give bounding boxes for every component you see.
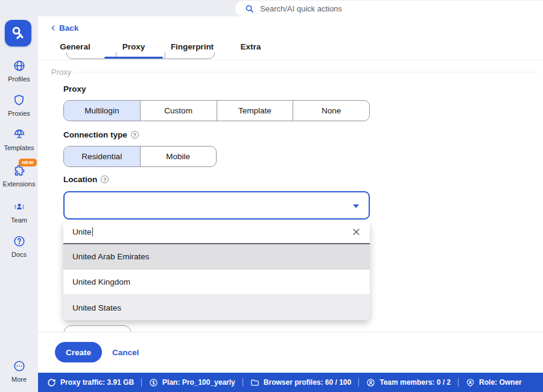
multilogin-logo-icon[interactable] xyxy=(5,20,31,46)
country-search-input[interactable]: Unite xyxy=(63,221,370,243)
status-text: Browser profiles: 60 / 100 xyxy=(264,378,351,387)
help-icon[interactable]: ? xyxy=(131,131,139,139)
location-select[interactable] xyxy=(63,191,370,220)
sidebar-item-docs[interactable]: Docs xyxy=(0,235,38,258)
connection-type-label: Connection type ? xyxy=(63,130,139,139)
people-icon xyxy=(0,200,38,214)
more-ellipsis-icon xyxy=(0,359,38,373)
sidebar-item-profiles[interactable]: Profiles xyxy=(0,59,38,83)
segment-custom[interactable]: Custom xyxy=(140,101,217,121)
option-united-arab-emirates[interactable]: United Arab Emirates xyxy=(63,244,370,270)
segment-residential[interactable]: Residential xyxy=(64,147,140,166)
status-proxy-traffic: Proxy traffic: 3.91 GB xyxy=(47,378,134,387)
option-united-states[interactable]: United States xyxy=(63,295,370,320)
search-input[interactable] xyxy=(260,4,541,13)
status-text: Plan: Pro_100_yearly xyxy=(162,378,235,387)
status-bar: Proxy traffic: 3.91 GB Plan: Pro_100_yea… xyxy=(38,373,543,392)
folder-icon xyxy=(250,378,259,387)
location-label: Location ? xyxy=(63,175,109,184)
proxy-field-label-text: Proxy xyxy=(63,84,86,93)
connection-type-label-text: Connection type xyxy=(63,130,127,139)
status-separator xyxy=(141,378,142,387)
segment-mobile[interactable]: Mobile xyxy=(140,147,217,166)
segment-none[interactable]: None xyxy=(293,101,369,121)
status-separator xyxy=(243,378,243,387)
sidebar-item-label: Docs xyxy=(0,251,38,258)
globe-icon xyxy=(0,59,38,73)
proxy-field-label: Proxy xyxy=(63,84,86,93)
back-button[interactable]: Back xyxy=(50,24,78,33)
question-circle-icon xyxy=(0,235,38,248)
create-button[interactable]: Create xyxy=(55,342,102,362)
status-text: Team members: 0 / 2 xyxy=(379,378,451,387)
segment-multilogin[interactable]: Multilogin xyxy=(64,101,140,121)
segment-template[interactable]: Template xyxy=(217,101,293,121)
active-tab-indicator xyxy=(104,57,163,58)
new-badge: NEW xyxy=(19,159,37,166)
status-role: Role: Owner xyxy=(466,378,522,387)
obscured-button xyxy=(63,325,132,332)
chevron-left-icon xyxy=(50,25,57,31)
connection-type-segmented: Residential Mobile xyxy=(63,146,217,167)
status-separator xyxy=(358,378,359,387)
sidebar-item-more[interactable]: More xyxy=(0,359,38,383)
status-text: Role: Owner xyxy=(479,378,522,387)
footer-divider xyxy=(38,332,543,332)
location-dropdown-panel: Unite United Arab Emirates United Kingdo… xyxy=(63,221,370,320)
tab-extra[interactable]: Extra xyxy=(221,37,280,56)
global-search[interactable] xyxy=(235,1,543,16)
chevron-down-icon xyxy=(353,204,359,208)
country-search-value: Unite xyxy=(72,227,92,236)
cancel-button[interactable]: Cancel xyxy=(112,342,139,362)
sidebar-item-label: Profiles xyxy=(0,75,38,83)
sidebar-item-proxies[interactable]: Proxies xyxy=(0,93,38,117)
option-united-kingdom[interactable]: United Kingdom xyxy=(63,270,370,295)
proxy-section-legend: Proxy xyxy=(51,68,71,77)
sidebar-item-templates[interactable]: Templates xyxy=(0,128,38,151)
back-label: Back xyxy=(59,24,78,33)
status-team-members: Team members: 0 / 2 xyxy=(366,378,451,387)
sidebar-item-label: Extensions xyxy=(0,180,38,188)
location-label-text: Location xyxy=(63,175,97,184)
proxy-type-segmented: Multilogin Custom Template None xyxy=(63,100,370,121)
person-circle-icon xyxy=(366,378,375,387)
search-icon xyxy=(245,4,254,13)
status-plan: Plan: Pro_100_yearly xyxy=(149,378,235,387)
sidebar-item-label: More xyxy=(0,376,38,383)
status-separator xyxy=(458,378,459,387)
status-text: Proxy traffic: 3.91 GB xyxy=(60,378,134,387)
status-browser-profiles: Browser profiles: 60 / 100 xyxy=(250,378,351,387)
help-icon[interactable]: ? xyxy=(101,175,109,183)
dollar-circle-icon xyxy=(149,378,158,387)
sidebar-item-label: Proxies xyxy=(0,110,38,117)
sidebar-item-label: Templates xyxy=(0,144,38,151)
sidebar-item-team[interactable]: Team xyxy=(0,200,38,224)
sidebar-item-extensions[interactable]: NEW Extensions xyxy=(0,164,38,188)
traffic-icon xyxy=(47,378,56,387)
clear-search-icon[interactable] xyxy=(352,227,361,236)
legend-divider xyxy=(74,72,540,72)
globe-stand-icon xyxy=(0,128,38,142)
sidebar-item-label: Team xyxy=(0,217,38,224)
scrolled-out-control xyxy=(66,52,215,60)
role-badge-icon xyxy=(466,378,475,387)
shield-icon xyxy=(0,93,38,107)
tabbar-divider xyxy=(38,60,543,60)
text-cursor xyxy=(92,227,93,236)
